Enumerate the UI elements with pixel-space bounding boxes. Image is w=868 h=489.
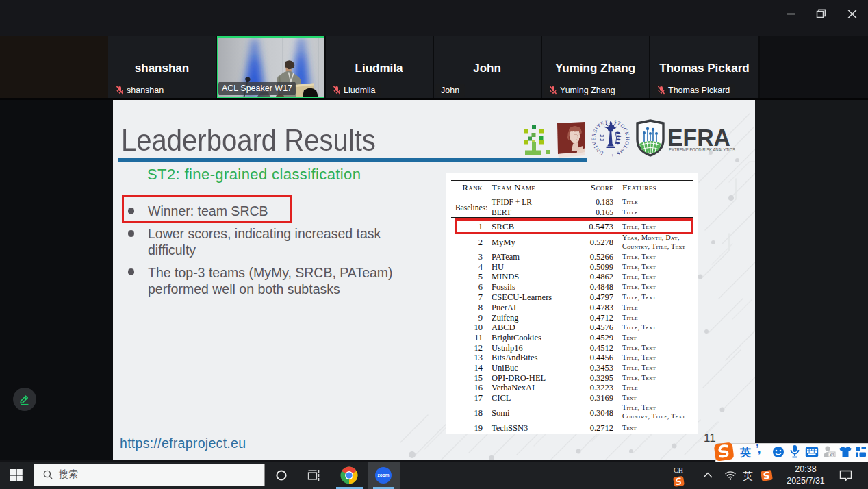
svg-text:STOCKHOLMS: STOCKHOLMS: [613, 118, 630, 158]
svg-text:EXTREME FOOD RISK ANALYTICS: EXTREME FOOD RISK ANALYTICS: [669, 147, 735, 153]
svg-text:34: 34: [830, 452, 835, 457]
svg-text:+: +: [611, 152, 614, 158]
